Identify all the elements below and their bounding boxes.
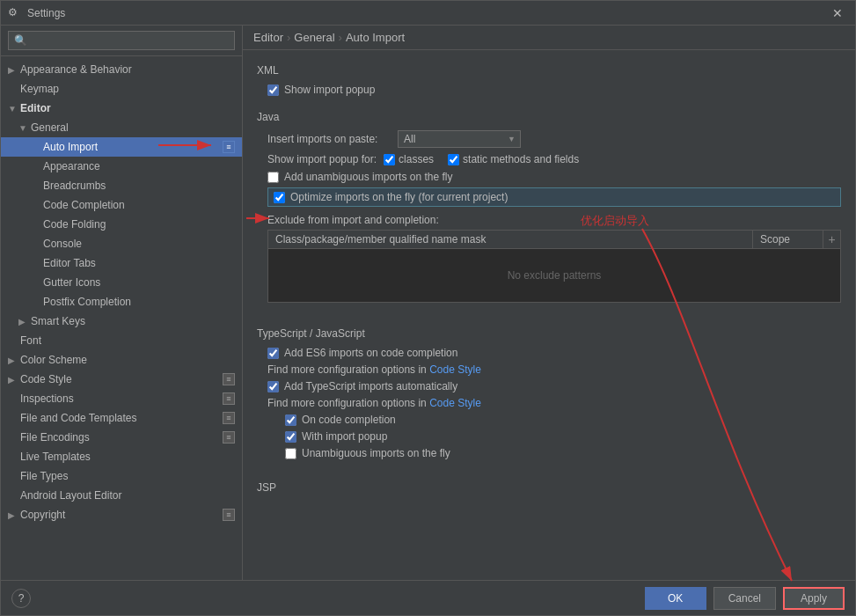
unambiguous-ts-label[interactable]: Unambiguous imports on the fly [302, 447, 450, 459]
section-java-title: Java [257, 111, 841, 123]
apply-button[interactable]: Apply [783, 587, 845, 610]
add-es6-checkbox[interactable] [267, 348, 279, 359]
sidebar-item-auto-import[interactable]: Auto Import ≡ [1, 137, 242, 157]
unambiguous-ts-row: Unambiguous imports on the fly [285, 447, 841, 459]
static-methods-checkbox[interactable] [448, 154, 459, 165]
add-ts-auto-checkbox[interactable] [267, 381, 279, 392]
exclude-table-header: Class/package/member qualified name mask… [268, 231, 840, 249]
with-import-popup-checkbox[interactable] [285, 431, 296, 443]
with-import-popup-label[interactable]: With import popup [302, 430, 387, 443]
sidebar-item-editor-tabs[interactable]: Editor Tabs [1, 253, 242, 273]
search-input[interactable] [8, 31, 235, 50]
sidebar-item-inspections[interactable]: Inspections ≡ [1, 389, 242, 408]
optimize-imports-row: Optimize imports on the fly (for current… [267, 187, 841, 207]
insert-imports-select-wrapper: All Ask None [398, 130, 521, 148]
title-bar: ⚙ Settings ✕ [1, 1, 855, 26]
sidebar-item-font[interactable]: Font [1, 331, 242, 350]
breadcrumb-part-autoimport: Auto Import [346, 31, 405, 44]
sidebar-item-postfix-completion[interactable]: Postfix Completion [1, 292, 242, 312]
add-ts-auto-row: Add TypeScript imports automatically [267, 380, 841, 392]
settings-window: ⚙ Settings ✕ ▶ Appearance & Behavior Key… [0, 0, 856, 616]
classes-label[interactable]: classes [399, 153, 434, 165]
close-button[interactable]: ✕ [827, 4, 848, 22]
sidebar-item-console[interactable]: Console [1, 234, 242, 253]
sidebar-item-label: Keymap [20, 83, 235, 95]
exclude-table-body: No exclude patterns [268, 249, 840, 302]
sidebar-item-file-code-templates[interactable]: File and Code Templates ≡ [1, 408, 242, 428]
help-button[interactable]: ? [11, 589, 31, 608]
sidebar-item-label: Auto Import [43, 141, 223, 153]
sidebar-item-copyright[interactable]: ▶ Copyright ≡ [1, 505, 242, 524]
xml-show-import-row: Show import popup [267, 84, 841, 96]
exclude-col-scope-header: Scope [752, 231, 823, 248]
app-icon: ⚙ [8, 6, 22, 20]
sidebar-item-appearance[interactable]: Appearance [1, 157, 242, 176]
sidebar-item-live-templates[interactable]: Live Templates [1, 447, 242, 466]
item-badge: ≡ [223, 431, 235, 444]
sidebar-item-file-encodings[interactable]: File Encodings ≡ [1, 428, 242, 447]
add-ts-auto-label[interactable]: Add TypeScript imports automatically [284, 380, 457, 392]
sidebar-item-label: Appearance & Behavior [20, 63, 235, 76]
breadcrumb-part-general: General [294, 31, 334, 44]
ok-button[interactable]: OK [645, 587, 706, 610]
right-panel: Editor › General › Auto Import XML Show … [243, 26, 855, 580]
code-style-link2[interactable]: Code Style [429, 397, 481, 409]
sidebar-item-appearance-behavior[interactable]: ▶ Appearance & Behavior [1, 60, 242, 79]
with-import-popup-row: With import popup [285, 430, 841, 443]
show-popup-for-label: Show import popup for: [267, 153, 377, 165]
sidebar-item-general[interactable]: ▼ General [1, 118, 242, 137]
item-badge: ≡ [223, 509, 235, 521]
xml-show-import-label[interactable]: Show import popup [284, 84, 375, 96]
optimize-imports-label[interactable]: Optimize imports on the fly (for current… [290, 191, 508, 203]
insert-imports-select[interactable]: All Ask None [398, 130, 521, 148]
xml-show-import-checkbox[interactable] [267, 84, 279, 96]
expand-arrow: ▶ [18, 317, 31, 326]
classes-checkbox[interactable] [384, 154, 395, 165]
sidebar-item-breadcrumbs[interactable]: Breadcrumbs [1, 176, 242, 195]
expand-arrow: ▼ [18, 123, 31, 133]
dialog-buttons: OK Cancel Apply [645, 587, 845, 610]
sidebar-item-color-scheme[interactable]: ▶ Color Scheme [1, 350, 242, 370]
exclude-col-name-header: Class/package/member qualified name mask [268, 231, 752, 248]
sidebar-item-code-style[interactable]: ▶ Code Style ≡ [1, 370, 242, 389]
tree-container: ▶ Appearance & Behavior Keymap ▼ Editor … [1, 56, 242, 580]
sidebar-item-android-layout-editor[interactable]: Android Layout Editor [1, 486, 242, 505]
unambiguous-ts-checkbox[interactable] [285, 448, 296, 459]
on-code-completion-checkbox[interactable] [285, 414, 296, 426]
sidebar-item-label: File Encodings [20, 431, 223, 444]
add-exclude-button[interactable]: + [823, 231, 840, 248]
search-box [1, 26, 242, 56]
find-more-ts1: Find more configuration options in Code … [267, 363, 841, 376]
sidebar-item-editor[interactable]: ▼ Editor [1, 99, 242, 118]
insert-imports-label: Insert imports on paste: [267, 133, 391, 145]
sidebar-item-file-types[interactable]: File Types [1, 466, 242, 486]
add-unambiguous-row: Add unambiguous imports on the fly [267, 171, 841, 183]
cancel-button[interactable]: Cancel [713, 587, 776, 610]
breadcrumb-part-editor: Editor [253, 31, 283, 44]
add-es6-label[interactable]: Add ES6 imports on code completion [284, 347, 457, 359]
section-ts-title: TypeScript / JavaScript [257, 327, 841, 340]
sidebar-item-label: Editor [20, 102, 235, 114]
add-unambiguous-checkbox[interactable] [267, 172, 279, 183]
sidebar: ▶ Appearance & Behavior Keymap ▼ Editor … [1, 26, 243, 580]
code-style-link1[interactable]: Code Style [429, 363, 481, 376]
item-badge: ≡ [223, 412, 235, 424]
static-methods-label[interactable]: static methods and fields [463, 153, 579, 165]
section-jsp-title: JSP [257, 481, 841, 494]
add-unambiguous-label[interactable]: Add unambiguous imports on the fly [284, 171, 452, 183]
find-more-ts2: Find more configuration options in Code … [267, 397, 841, 409]
on-code-completion-row: On code completion [285, 414, 841, 426]
expand-arrow: ▼ [8, 104, 20, 114]
breadcrumb: Editor › General › Auto Import [243, 26, 855, 50]
sidebar-item-smart-keys[interactable]: ▶ Smart Keys [1, 312, 242, 331]
on-code-completion-label[interactable]: On code completion [302, 414, 396, 426]
add-es6-row: Add ES6 imports on code completion [267, 347, 841, 359]
sidebar-item-code-folding[interactable]: Code Folding [1, 215, 242, 234]
window-title: Settings [27, 7, 827, 19]
sidebar-item-code-completion[interactable]: Code Completion [1, 195, 242, 215]
show-import-popup-row: Show import popup for: classes static me… [267, 153, 841, 165]
sidebar-item-gutter-icons[interactable]: Gutter Icons [1, 273, 242, 292]
optimize-imports-checkbox[interactable] [274, 192, 285, 203]
item-badge: ≡ [223, 373, 235, 385]
sidebar-item-keymap[interactable]: Keymap [1, 79, 242, 99]
